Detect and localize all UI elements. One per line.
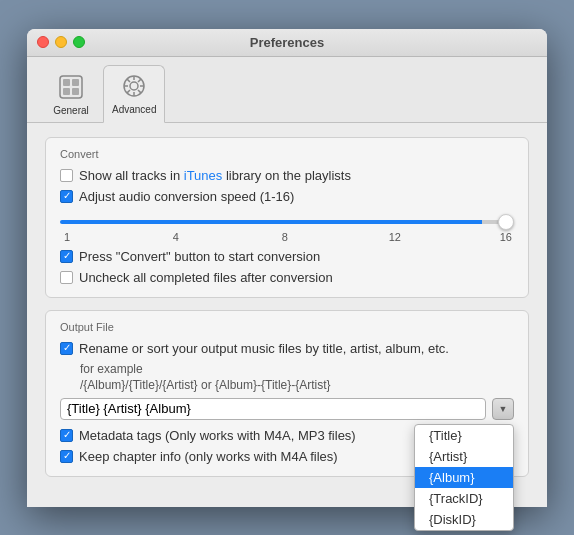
output-section-title: Output File [60, 321, 514, 333]
toolbar: General Advanced [27, 57, 547, 123]
uncheck-completed-checkbox[interactable] [60, 271, 73, 284]
press-convert-checkbox[interactable] [60, 250, 73, 263]
itunes-link[interactable]: iTunes [184, 168, 223, 183]
show-tracks-row: Show all tracks in iTunes library on the… [60, 168, 514, 183]
dropdown-item-title[interactable]: {Title} [415, 425, 513, 446]
dropdown-menu: {Title} {Artist} {Album} {TrackID} {Disk… [414, 424, 514, 531]
svg-rect-2 [72, 79, 79, 86]
dropdown-item-trackid[interactable]: {TrackID} [415, 488, 513, 509]
general-icon [55, 71, 87, 103]
advanced-tab[interactable]: Advanced [103, 65, 165, 123]
example-template: /{Album}/{Title}/{Artist} or {Album}-{Ti… [80, 378, 514, 392]
uncheck-completed-label: Uncheck all completed files after conver… [79, 270, 333, 285]
show-tracks-checkbox[interactable] [60, 169, 73, 182]
svg-rect-4 [72, 88, 79, 95]
chapter-label: Keep chapter info (only works with M4A f… [79, 449, 338, 464]
adjust-speed-label: Adjust audio conversion speed (1-16) [79, 189, 294, 204]
speed-slider[interactable] [60, 220, 514, 224]
tick-12: 12 [389, 231, 401, 243]
svg-line-11 [127, 79, 130, 82]
adjust-speed-row: Adjust audio conversion speed (1-16) [60, 189, 514, 204]
press-convert-row: Press "Convert" button to start conversi… [60, 249, 514, 264]
svg-rect-1 [63, 79, 70, 86]
dropdown-button[interactable] [492, 398, 514, 420]
svg-line-12 [138, 90, 141, 93]
rename-label: Rename or sort your output music files b… [79, 341, 449, 356]
tick-16: 16 [500, 231, 512, 243]
tick-8: 8 [280, 231, 290, 243]
tick-4: 4 [171, 231, 181, 243]
general-tab-label: General [53, 105, 89, 116]
output-section: Output File Rename or sort your output m… [45, 310, 529, 477]
chapter-checkbox[interactable] [60, 450, 73, 463]
svg-line-14 [127, 90, 130, 93]
convert-section: Convert Show all tracks in iTunes librar… [45, 137, 529, 298]
template-row: {Title} {Artist} {Album} {TrackID} {Disk… [60, 398, 514, 420]
adjust-speed-checkbox[interactable] [60, 190, 73, 203]
metadata-label: Metadata tags (Only works with M4A, MP3 … [79, 428, 356, 443]
rename-checkbox[interactable] [60, 342, 73, 355]
tick-marks: 1 4 8 12 16 [60, 231, 514, 243]
general-tab[interactable]: General [43, 67, 99, 122]
press-convert-label: Press "Convert" button to start conversi… [79, 249, 320, 264]
maximize-button[interactable] [73, 36, 85, 48]
close-button[interactable] [37, 36, 49, 48]
slider-row: 1 4 8 12 16 [60, 210, 514, 243]
convert-section-title: Convert [60, 148, 514, 160]
template-input[interactable] [60, 398, 486, 420]
example-prefix: for example [80, 362, 514, 376]
advanced-icon [118, 70, 150, 102]
preferences-window: Preferences General [27, 29, 547, 507]
traffic-lights [37, 36, 85, 48]
minimize-button[interactable] [55, 36, 67, 48]
title-bar: Preferences [27, 29, 547, 57]
rename-row: Rename or sort your output music files b… [60, 341, 514, 356]
dropdown-item-album[interactable]: {Album} [415, 467, 513, 488]
window-title: Preferences [250, 35, 324, 50]
dropdown-item-diskid[interactable]: {DiskID} [415, 509, 513, 530]
content-area: Convert Show all tracks in iTunes librar… [27, 123, 547, 507]
metadata-checkbox[interactable] [60, 429, 73, 442]
tick-1: 1 [62, 231, 72, 243]
show-tracks-label: Show all tracks in iTunes library on the… [79, 168, 351, 183]
svg-rect-3 [63, 88, 70, 95]
svg-line-13 [138, 79, 141, 82]
advanced-tab-label: Advanced [112, 104, 156, 115]
uncheck-completed-row: Uncheck all completed files after conver… [60, 270, 514, 285]
slider-container [60, 210, 514, 231]
dropdown-item-artist[interactable]: {Artist} [415, 446, 513, 467]
svg-point-6 [130, 82, 138, 90]
